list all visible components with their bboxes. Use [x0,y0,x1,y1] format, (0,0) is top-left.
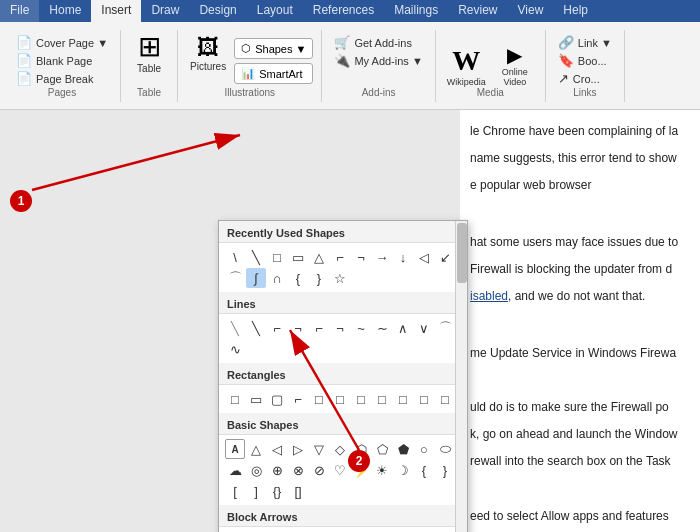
page-break-button[interactable]: 📄 Page Break [12,70,112,87]
basic-pent[interactable]: ⬠ [372,439,392,459]
basic-elipse[interactable]: ⬭ [435,439,455,459]
bookmark-button[interactable]: 🔖 Boo... [554,52,616,69]
shape-arrow-l[interactable]: ◁ [414,247,434,267]
document-content: le Chrome have been complaining of la na… [460,110,700,532]
blank-page-button[interactable]: 📄 Blank Page [12,52,112,69]
basic-brace2[interactable]: {} [267,481,287,501]
shape-angle1[interactable]: ⌐ [330,247,350,267]
shape-selected[interactable]: ∫ [246,268,266,288]
shape-line2[interactable]: ╲ [246,247,266,267]
line-arc1[interactable]: ∧ [393,318,413,338]
basic-ring[interactable]: ◎ [246,460,266,480]
menu-file[interactable]: File [0,0,39,22]
menu-home[interactable]: Home [39,0,91,22]
line-curve2[interactable]: ∿ [225,339,245,359]
shapes-dropdown: Recently Used Shapes \ ╲ □ ▭ △ ⌐ ¬ → ↓ ◁… [218,220,468,532]
shape-arr-dl[interactable]: ↙ [435,247,455,267]
basic-cross[interactable]: ⊕ [267,460,287,480]
basic-sun[interactable]: ☀ [372,460,392,480]
table-button[interactable]: ⊞ Table [129,30,169,77]
online-video-button[interactable]: ▶ OnlineVideo [493,34,537,90]
basic-cloud[interactable]: ☁ [225,460,245,480]
menu-layout[interactable]: Layout [247,0,303,22]
line-wave2[interactable]: ∼ [372,318,392,338]
rect-r2[interactable]: □ [393,389,413,409]
basic-oct[interactable]: ⬟ [393,439,413,459]
rect-snip4[interactable]: □ [351,389,371,409]
menu-insert[interactable]: Insert [91,0,141,22]
basic-dia[interactable]: ◇ [330,439,350,459]
line-diag2[interactable]: ╲ [246,318,266,338]
basic-brace-r[interactable]: } [435,460,455,480]
shape-angle2[interactable]: ¬ [351,247,371,267]
cover-page-button[interactable]: 📄 Cover Page ▼ [12,34,112,51]
basic-rtri[interactable]: ◁ [267,439,287,459]
shape-union[interactable]: ∩ [267,268,287,288]
shape-arrow-d[interactable]: ↓ [393,247,413,267]
line-curve1[interactable]: ⌒ [435,318,455,338]
shape-backslash[interactable]: \ [225,247,245,267]
basic-text[interactable]: A [225,439,245,459]
basic-bracket-r[interactable]: ] [246,481,266,501]
underline-link[interactable]: isabled [470,289,508,303]
rect-r1[interactable]: □ [372,389,392,409]
shape-arc[interactable]: ⌒ [225,268,245,288]
rect-snip3[interactable]: □ [330,389,350,409]
table-group: ⊞ Table Table [121,30,178,102]
basic-heart[interactable]: ♡ [330,460,350,480]
get-addins-button[interactable]: 🛒 Get Add-ins [330,34,426,51]
shape-rect1[interactable]: □ [267,247,287,267]
basic-oval[interactable]: ○ [414,439,434,459]
menu-review[interactable]: Review [448,0,507,22]
line-angle1[interactable]: ⌐ [267,318,287,338]
basic-brace-l[interactable]: { [414,460,434,480]
line-wave1[interactable]: ~ [351,318,371,338]
basic-bracket2[interactable]: [] [288,481,308,501]
recently-used-title: Recently Used Shapes [219,221,467,243]
rect-r4[interactable]: □ [435,389,455,409]
smartart-button[interactable]: 📊 SmartArt [234,63,313,84]
rect-snip2[interactable]: □ [309,389,329,409]
menu-mailings[interactable]: Mailings [384,0,448,22]
line-step2[interactable]: ¬ [330,318,350,338]
menu-view[interactable]: View [508,0,554,22]
bookmark-icon: 🔖 [558,53,574,68]
rect-sq[interactable]: □ [225,389,245,409]
basic-tri2[interactable]: ▷ [288,439,308,459]
basic-tri3[interactable]: ▽ [309,439,329,459]
cover-page-icon: 📄 [16,35,32,50]
my-addins-button[interactable]: 🔌 My Add-ins ▼ [330,52,426,69]
rect-rect[interactable]: ▭ [246,389,266,409]
rect-snip1[interactable]: ⌐ [288,389,308,409]
rect-round[interactable]: ▢ [267,389,287,409]
menu-help[interactable]: Help [553,0,598,22]
wikipedia-button[interactable]: W Wikipedia [444,34,489,90]
basic-pie[interactable]: ⊘ [309,460,329,480]
lines-shapes-grid: ╲ ╲ ⌐ ¬ ⌐ ¬ ~ ∼ ∧ ∨ ⌒ ∿ [219,314,467,363]
pictures-button[interactable]: 🖼 Pictures [186,34,230,75]
cross-ref-button[interactable]: ↗ Cro... [554,70,616,87]
basic-tri1[interactable]: △ [246,439,266,459]
shape-brace2[interactable]: } [309,268,329,288]
basic-bracket-l[interactable]: [ [225,481,245,501]
line-step1[interactable]: ⌐ [309,318,329,338]
scrollbar[interactable] [455,221,467,532]
links-group: 🔗 Link ▼ 🔖 Boo... ↗ Cro... Links [546,30,625,102]
basic-moon[interactable]: ☽ [393,460,413,480]
line-arc2[interactable]: ∨ [414,318,434,338]
line-diag1[interactable]: ╲ [225,318,245,338]
menu-design[interactable]: Design [189,0,246,22]
shape-arrow-r[interactable]: → [372,247,392,267]
menu-references[interactable]: References [303,0,384,22]
shape-triangle[interactable]: △ [309,247,329,267]
basic-chord[interactable]: ⊗ [288,460,308,480]
shapes-button[interactable]: ⬡ Shapes ▼ [234,38,313,59]
menu-draw[interactable]: Draw [141,0,189,22]
link-button[interactable]: 🔗 Link ▼ [554,34,616,51]
shape-star[interactable]: ☆ [330,268,350,288]
line-angle2[interactable]: ¬ [288,318,308,338]
shape-brace1[interactable]: { [288,268,308,288]
rect-r3[interactable]: □ [414,389,434,409]
shape-rect2[interactable]: ▭ [288,247,308,267]
scroll-thumb[interactable] [457,223,467,283]
